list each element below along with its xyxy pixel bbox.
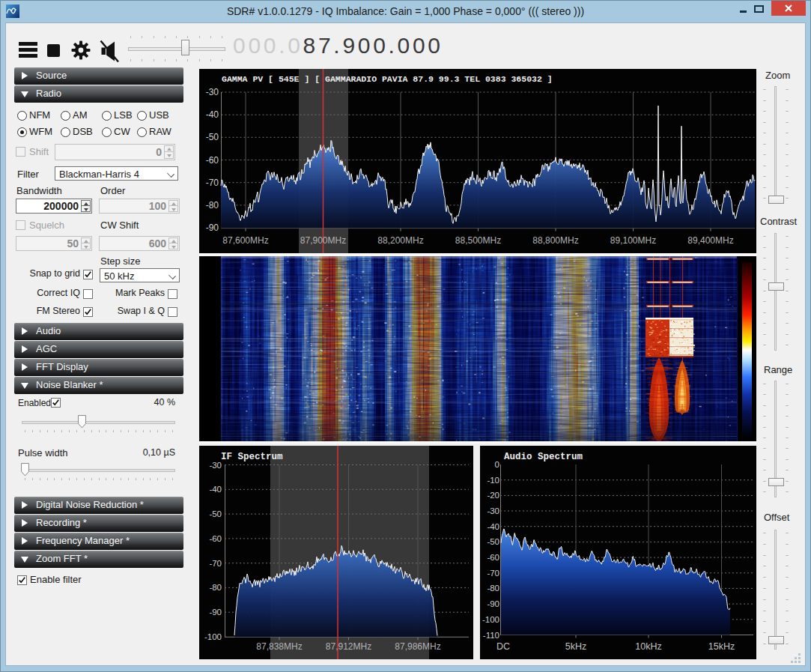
- svg-text:Audio Spectrum: Audio Spectrum: [504, 452, 583, 462]
- svg-text:-80: -80: [206, 200, 219, 211]
- svg-text:87,912MHz: 87,912MHz: [326, 641, 371, 652]
- svg-text:-70: -70: [206, 178, 219, 188]
- svg-text:89,100MHz: 89,100MHz: [610, 235, 656, 246]
- svg-text:-90: -90: [206, 223, 219, 233]
- svg-text:-60: -60: [209, 534, 222, 543]
- svg-text:-90: -90: [209, 608, 222, 617]
- svg-text:-100: -100: [204, 632, 222, 641]
- svg-text:IF Spectrum: IF Spectrum: [221, 452, 283, 462]
- svg-text:-50: -50: [206, 132, 219, 142]
- svg-text:-50: -50: [487, 537, 499, 546]
- svg-text:-40: -40: [209, 485, 222, 494]
- svg-text:-30: -30: [487, 506, 499, 515]
- svg-text:-30: -30: [206, 87, 219, 97]
- svg-text:-70: -70: [487, 569, 499, 578]
- svg-text:89,400MHz: 89,400MHz: [687, 235, 733, 246]
- svg-text:-20: -20: [487, 491, 499, 500]
- svg-text:88,200MHz: 88,200MHz: [377, 235, 423, 246]
- svg-text:-110: -110: [483, 631, 499, 640]
- svg-text:88,500MHz: 88,500MHz: [455, 235, 501, 246]
- svg-text:-90: -90: [487, 599, 499, 608]
- svg-text:87,600MHz: 87,600MHz: [222, 235, 268, 246]
- svg-text:88,800MHz: 88,800MHz: [532, 235, 578, 246]
- svg-text:87,986MHz: 87,986MHz: [395, 641, 440, 652]
- svg-text:0: 0: [495, 460, 499, 469]
- svg-text:-60: -60: [487, 553, 499, 562]
- svg-text:-60: -60: [206, 155, 219, 166]
- svg-text:5kHz: 5kHz: [565, 641, 586, 652]
- svg-text:-50: -50: [209, 509, 222, 518]
- svg-text:-80: -80: [487, 584, 499, 593]
- svg-text:-70: -70: [209, 559, 222, 568]
- svg-text:10kHz: 10kHz: [635, 641, 661, 652]
- svg-text:DC: DC: [496, 641, 510, 652]
- svg-text:-80: -80: [209, 583, 222, 592]
- svg-text:-40: -40: [487, 522, 499, 531]
- svg-text:-30: -30: [209, 461, 222, 470]
- svg-text:-40: -40: [206, 109, 219, 120]
- svg-text:87,838MHz: 87,838MHz: [256, 641, 302, 652]
- svg-text:-10: -10: [487, 476, 499, 485]
- svg-text:-100: -100: [482, 615, 499, 624]
- svg-text:GAMMA PV [ 545E ] [ GAMMARADI: GAMMA PV [ 545E ] [ GAMMARADIO PAVIA 87.…: [222, 74, 553, 84]
- svg-text:87,900MHz: 87,900MHz: [300, 235, 346, 246]
- svg-text:15kHz: 15kHz: [708, 641, 735, 652]
